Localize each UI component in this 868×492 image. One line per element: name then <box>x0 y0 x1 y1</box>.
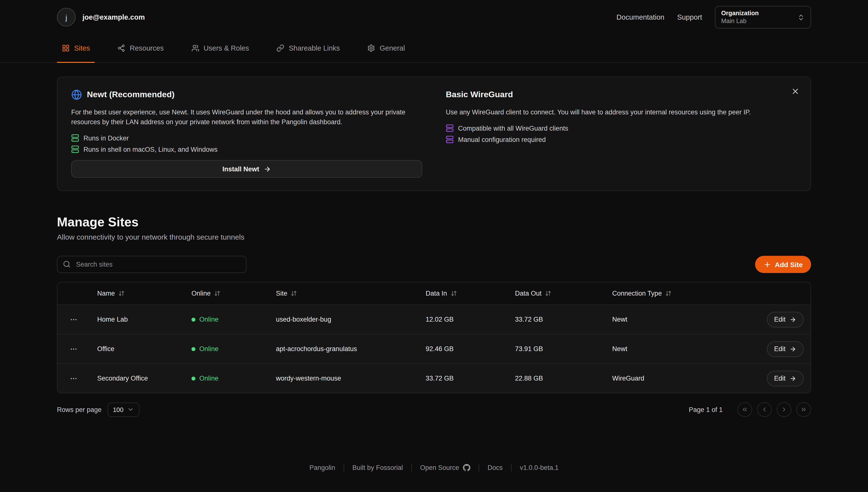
footer-built-by: Built by Fossorial <box>344 464 412 471</box>
add-site-button[interactable]: Add Site <box>755 256 811 273</box>
site-connection-type: WireGuard <box>604 375 722 382</box>
sort-icon <box>450 290 457 297</box>
site-name: Secondary Office <box>89 375 183 382</box>
site-status: Online <box>183 375 268 382</box>
github-icon <box>463 464 470 471</box>
sort-icon <box>665 290 672 297</box>
site-data-out: 33.72 GB <box>507 316 604 323</box>
avatar[interactable]: j <box>57 8 76 26</box>
organization-value: Main Lab <box>721 18 759 25</box>
ellipsis-icon <box>70 345 77 353</box>
chevron-left-icon <box>761 406 768 413</box>
column-header-data-in[interactable]: Data In <box>426 290 457 297</box>
install-newt-button[interactable]: Install Newt <box>71 160 422 178</box>
previous-page-button[interactable] <box>757 402 772 417</box>
last-page-button[interactable] <box>796 402 811 417</box>
site-name: Office <box>89 345 183 352</box>
table-footer: Rows per page 100 Page 1 of 1 <box>57 402 811 417</box>
server-icon <box>446 124 454 132</box>
tab-general-label: General <box>379 44 405 52</box>
sites-toolbar: Add Site <box>57 256 811 273</box>
footer-brand: Pangolin <box>301 464 344 471</box>
tab-users-roles-label: Users & Roles <box>203 44 249 52</box>
app-root: j joe@example.com Documentation Support … <box>0 0 868 492</box>
connection-methods-card: Newt (Recommended) For the best user exp… <box>57 77 811 191</box>
newt-feature: Runs in Docker <box>71 134 422 142</box>
arrow-right-icon <box>790 375 796 382</box>
online-dot <box>192 347 195 351</box>
edit-button[interactable]: Edit <box>767 341 804 357</box>
footer-open-source-link[interactable]: Open Source <box>411 464 479 471</box>
site-slug: wordy-western-mouse <box>268 375 418 382</box>
search-input[interactable] <box>57 256 246 273</box>
online-dot <box>192 376 195 380</box>
row-menu-button[interactable] <box>68 314 79 325</box>
pager: Page 1 of 1 <box>689 402 811 417</box>
footer-docs-link[interactable]: Docs <box>479 464 511 471</box>
sites-grid-icon <box>62 44 70 52</box>
main-nav: Sites Resources Users & Roles Shareable … <box>0 34 868 63</box>
sort-icon <box>118 290 125 297</box>
arrow-right-icon <box>790 345 796 352</box>
link-icon <box>276 44 284 52</box>
arrow-right-icon <box>790 316 796 323</box>
site-slug: apt-acrochordus-granulatus <box>268 345 418 352</box>
tab-shareable-links[interactable]: Shareable Links <box>272 34 345 63</box>
tab-users-roles[interactable]: Users & Roles <box>186 34 254 63</box>
site-data-in: 92.46 GB <box>418 345 507 352</box>
gear-icon <box>367 44 375 52</box>
ellipsis-icon <box>70 316 77 323</box>
row-menu-button[interactable] <box>68 372 79 384</box>
newt-description: For the best user experience, use Newt. … <box>71 107 422 127</box>
server-icon <box>71 145 79 153</box>
page-info: Page 1 of 1 <box>689 406 723 413</box>
next-page-button[interactable] <box>777 402 791 417</box>
server-icon <box>71 134 79 142</box>
organization-selector[interactable]: Organization Main Lab <box>715 6 811 28</box>
organization-label: Organization <box>721 10 759 17</box>
close-icon[interactable] <box>789 85 802 98</box>
column-header-online[interactable]: Online <box>192 290 220 297</box>
chevron-down-icon <box>127 406 134 413</box>
row-menu-button[interactable] <box>68 343 79 355</box>
chevrons-up-down-icon <box>797 14 805 21</box>
site-data-in: 33.72 GB <box>418 375 507 382</box>
wireguard-feature: Manual configuration required <box>446 136 797 143</box>
site-status: Online <box>183 345 268 352</box>
wireguard-column: Basic WireGuard Use any WireGuard client… <box>446 89 797 178</box>
online-dot <box>192 317 195 321</box>
site-connection-type: Newt <box>604 345 722 352</box>
sort-icon <box>214 290 220 297</box>
site-data-out: 73.91 GB <box>507 345 604 352</box>
tab-resources[interactable]: Resources <box>113 34 169 63</box>
edit-button[interactable]: Edit <box>767 312 804 327</box>
users-icon <box>191 44 199 52</box>
chevrons-left-icon <box>741 406 748 413</box>
chevrons-right-icon <box>800 406 807 413</box>
site-status: Online <box>183 316 268 323</box>
support-link[interactable]: Support <box>677 13 702 21</box>
main-content: Newt (Recommended) For the best user exp… <box>57 77 811 471</box>
column-header-name[interactable]: Name <box>97 290 125 297</box>
rows-per-page-select[interactable]: 100 <box>107 402 139 417</box>
site-slug: used-boxelder-bug <box>268 316 418 323</box>
tab-general[interactable]: General <box>362 34 410 63</box>
documentation-link[interactable]: Documentation <box>616 13 664 21</box>
column-header-connection-type[interactable]: Connection Type <box>612 290 672 297</box>
newt-title: Newt (Recommended) <box>87 90 175 100</box>
edit-button[interactable]: Edit <box>767 370 804 386</box>
first-page-button[interactable] <box>737 402 752 417</box>
footer-version: v1.0.0-beta.1 <box>511 464 567 471</box>
column-header-data-out[interactable]: Data Out <box>515 290 551 297</box>
user-email: joe@example.com <box>82 13 145 21</box>
tab-resources-label: Resources <box>130 44 164 52</box>
site-name: Home Lab <box>89 316 183 323</box>
rows-per-page-label: Rows per page <box>57 406 102 413</box>
chevron-right-icon <box>780 406 788 413</box>
search-icon <box>63 260 71 268</box>
column-header-site[interactable]: Site <box>276 290 297 297</box>
table-header-row: Name Online Site Data In Data Out Connec… <box>57 282 811 304</box>
arrow-right-icon <box>264 165 271 173</box>
site-data-out: 22.88 GB <box>507 375 604 382</box>
tab-sites[interactable]: Sites <box>57 34 95 63</box>
